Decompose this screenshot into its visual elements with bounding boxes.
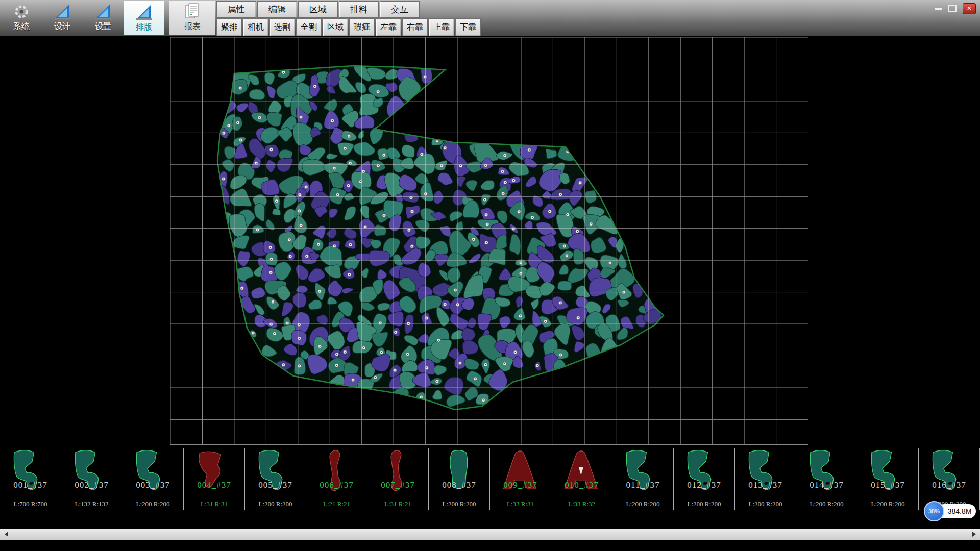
part-label: 010_#37 (551, 480, 612, 490)
tool-cluster-nest[interactable]: 聚排 (216, 18, 242, 36)
scroll-right-button[interactable] (968, 529, 980, 540)
part-cell[interactable]: 011_#37L:200 R:200 (612, 448, 674, 510)
part-label: 003_#37 (122, 480, 183, 490)
part-label: 014_#37 (796, 480, 857, 490)
part-lr-count: L:21 R:21 (306, 500, 367, 508)
tab-design[interactable]: 设计 (42, 1, 83, 35)
part-lr-count: L:200 R:200 (674, 500, 734, 508)
part-lr-count: L:200 R:200 (122, 500, 183, 508)
tool-align-bottom[interactable]: 下靠 (455, 18, 481, 36)
part-cell[interactable]: 009_#37L:32 R:31 (490, 448, 551, 510)
menu-edit[interactable]: 编辑 (257, 1, 297, 18)
part-cell[interactable]: 016_#37L:200 R:200 (919, 448, 980, 510)
window-controls: × (935, 3, 976, 14)
tool-defect[interactable]: 瑕疵 (349, 18, 375, 36)
part-lr-count: L:31 R:31 (184, 500, 244, 508)
part-label: 013_#37 (735, 480, 796, 490)
part-lr-count: L:132 R:132 (61, 500, 122, 508)
tool-region[interactable]: 区域 (323, 18, 348, 36)
part-lr-count: L:33 R:32 (551, 500, 612, 508)
part-label: 007_#37 (368, 480, 428, 490)
scroll-right-icon (972, 532, 976, 537)
tab-system[interactable]: 系统 (1, 1, 42, 35)
tab-layout-active[interactable]: 排版 (124, 1, 164, 35)
progress-circle: 38% (924, 501, 944, 521)
part-cell[interactable]: 001_#37L:700 R:700 (0, 448, 61, 510)
part-cell[interactable]: 014_#37L:200 R:200 (796, 448, 857, 510)
grid-lines (170, 37, 808, 445)
memory-badge: 384.8M 38% (924, 501, 977, 521)
part-label: 009_#37 (490, 480, 551, 490)
part-label: 012_#37 (674, 480, 734, 490)
tool-cut-all[interactable]: 全割 (296, 18, 322, 36)
part-cell[interactable]: 006_#37L:21 R:21 (306, 448, 368, 510)
part-label: 006_#37 (306, 480, 367, 490)
menu-interact[interactable]: 交互 (380, 1, 420, 18)
part-cell[interactable]: 007_#37L:31 R:21 (368, 448, 429, 510)
part-cell[interactable]: 008_#37L:200 R:200 (429, 448, 490, 510)
tool-align-top[interactable]: 上靠 (429, 18, 454, 36)
scroll-left-icon (5, 532, 8, 537)
part-label: 016_#37 (919, 480, 979, 490)
layout-sail-icon (135, 3, 153, 21)
part-lr-count: L:200 R:200 (735, 500, 796, 508)
close-button[interactable]: × (963, 3, 976, 14)
report-icon (183, 3, 202, 21)
parts-strip: 001_#37L:700 R:700002_#37L:132 R:132003_… (0, 448, 980, 510)
canvas-area (170, 37, 808, 445)
part-cell[interactable]: 005_#37L:200 R:200 (245, 448, 306, 510)
menu-properties[interactable]: 属性 (216, 1, 256, 18)
design-sail-icon (53, 3, 71, 21)
part-label: 011_#37 (612, 480, 673, 490)
scroll-left-button[interactable] (0, 529, 12, 540)
tab-settings[interactable]: 设置 (83, 1, 124, 35)
part-lr-count: L:200 R:200 (245, 500, 306, 508)
tool-align-right[interactable]: 右靠 (402, 18, 428, 36)
part-cell[interactable]: 010_#37L:33 R:32 (551, 448, 612, 510)
part-cell[interactable]: 015_#37L:200 R:200 (857, 448, 919, 510)
part-cell[interactable]: 013_#37L:200 R:200 (735, 448, 796, 510)
toolbar: 系统 设计 设置 (0, 0, 980, 36)
gear-icon (12, 3, 31, 21)
part-lr-count: L:31 R:21 (368, 500, 428, 508)
tab-report[interactable]: 报表 (169, 1, 215, 35)
tab-label: 设计 (54, 21, 70, 32)
tab-label: 报表 (184, 21, 201, 32)
main-tab-bar: 系统 设计 设置 (1, 1, 215, 35)
part-label: 002_#37 (61, 480, 122, 490)
settings-sail-icon (94, 3, 112, 21)
part-label: 008_#37 (429, 480, 489, 490)
minimize-button[interactable] (935, 8, 942, 10)
part-label: 015_#37 (857, 480, 918, 490)
part-cell[interactable]: 003_#37L:200 R:200 (122, 448, 184, 510)
part-cell[interactable]: 002_#37L:132 R:132 (61, 448, 122, 510)
part-lr-count: L:200 R:200 (857, 500, 918, 508)
part-lr-count: L:32 R:31 (490, 500, 551, 508)
menu-row-primary: 属性 编辑 区域 排料 交互 (216, 1, 420, 18)
tool-select-cut[interactable]: 选割 (270, 18, 295, 36)
menu-nesting[interactable]: 排料 (339, 1, 379, 18)
part-lr-count: L:200 R:200 (796, 500, 857, 508)
part-lr-count: L:700 R:700 (0, 500, 61, 508)
part-cell[interactable]: 012_#37L:200 R:200 (674, 448, 735, 510)
nesting-canvas[interactable] (170, 37, 808, 445)
tab-label: 排版 (136, 22, 152, 33)
tool-camera[interactable]: 相机 (243, 18, 268, 36)
horizontal-scrollbar[interactable] (0, 529, 980, 540)
maximize-button[interactable] (948, 5, 957, 12)
menu-row-tools: 聚排 相机 选割 全割 区域 瑕疵 左靠 右靠 上靠 下靠 (216, 18, 481, 36)
part-label: 005_#37 (245, 480, 306, 490)
part-label: 004_#37 (184, 480, 244, 490)
part-lr-count: L:200 R:200 (612, 500, 673, 508)
part-label: 001_#37 (0, 480, 61, 490)
app-window: 系统 设计 设置 (0, 0, 980, 551)
part-cell[interactable]: 004_#37L:31 R:31 (184, 448, 245, 510)
menu-region[interactable]: 区域 (298, 1, 338, 18)
tab-label: 系统 (13, 21, 30, 32)
tool-align-left[interactable]: 左靠 (376, 18, 401, 36)
tab-label: 设置 (95, 21, 111, 32)
part-lr-count: L:200 R:200 (429, 500, 489, 508)
